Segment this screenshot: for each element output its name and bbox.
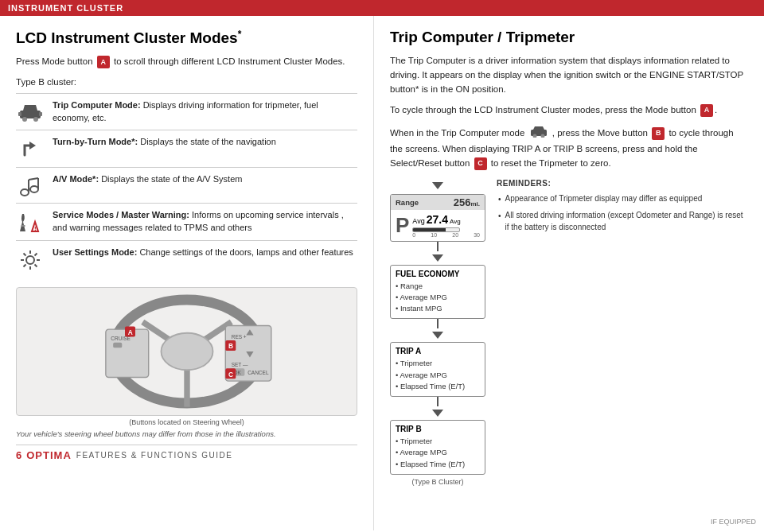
svg-text:A: A bbox=[127, 328, 132, 336]
steering-wheel-svg: CRUISE RES + SET — OK CANCEL bbox=[84, 292, 290, 411]
svg-rect-5 bbox=[39, 112, 42, 116]
left-panel: LCD Instrument Cluster Modes* Press Mode… bbox=[0, 16, 374, 530]
button-a-badge-right: A bbox=[700, 104, 713, 117]
trip-b-item-2: • Average MPG bbox=[396, 447, 480, 458]
range-value: 256mi. bbox=[454, 196, 480, 208]
right-para1: The Trip Computer is a driver informatio… bbox=[390, 54, 748, 96]
button-c-badge: C bbox=[474, 157, 487, 170]
guide-text: FEATURES & FUNCTIONS GUIDE bbox=[76, 451, 233, 460]
brand-name: OPTIMA bbox=[26, 449, 72, 461]
arrow-down-1 bbox=[432, 254, 443, 262]
arrow-down-top bbox=[432, 182, 443, 189]
trip-computer-icon bbox=[530, 125, 548, 138]
header-bar: INSTRUMENT CLUSTER bbox=[0, 0, 764, 16]
trip-b-title: TRIP B bbox=[396, 425, 480, 433]
svg-point-7 bbox=[21, 189, 29, 196]
svg-text:SET —: SET — bbox=[231, 362, 248, 367]
fuel-scale: 0 10 20 30 bbox=[412, 232, 480, 238]
mode-item-service: ! Service Modes / Master Warning: Inform… bbox=[16, 204, 357, 241]
svg-marker-39 bbox=[533, 126, 544, 130]
mode-title-service: Service Modes / Master Warning: bbox=[53, 210, 189, 219]
connector-3 bbox=[437, 397, 439, 406]
mode-title-user: User Settings Mode: bbox=[53, 247, 137, 257]
wrench-warning-icon: ! bbox=[16, 211, 45, 233]
connector-1 bbox=[437, 242, 439, 251]
right-para2: To cycle through the LCD Instrument Clus… bbox=[390, 103, 748, 118]
fuel-fill bbox=[413, 228, 446, 231]
mode-desc-turn: Displays the state of the navigation bbox=[140, 137, 276, 146]
mode-item-user: User Settings Mode: Change settings of t… bbox=[16, 241, 357, 278]
fuel-bar-container: 0 10 20 30 bbox=[412, 227, 480, 238]
mode-item-turn: Turn-by-Turn Mode*: Displays the state o… bbox=[16, 130, 357, 168]
right-panel: Trip Computer / Tripmeter The Trip Compu… bbox=[374, 16, 764, 530]
trip-b-box: TRIP B • Tripmeter • Average MPG • Elaps… bbox=[390, 420, 485, 475]
mode-text-turn: Turn-by-Turn Mode*: Displays the state o… bbox=[53, 136, 276, 149]
music-icon bbox=[16, 175, 45, 197]
steering-wheel-diagram: CRUISE RES + SET — OK CANCEL bbox=[16, 287, 357, 416]
small-note: Your vehicle's steering wheel buttons ma… bbox=[16, 429, 357, 438]
avg-unit: Avg bbox=[450, 218, 461, 225]
svg-marker-1 bbox=[23, 105, 37, 111]
reminders-box: REMINDERS: • Appearance of Tripmeter dis… bbox=[497, 179, 748, 486]
mode-item-trip: Trip Computer Mode: Displays driving inf… bbox=[16, 93, 357, 131]
button-b-badge: B bbox=[652, 127, 665, 140]
main-content: LCD Instrument Cluster Modes* Press Mode… bbox=[0, 16, 764, 530]
arrow-down-2 bbox=[432, 332, 443, 339]
mode-title-turn: Turn-by-Turn Mode*: bbox=[53, 137, 138, 146]
svg-point-20 bbox=[161, 333, 212, 370]
svg-rect-12 bbox=[21, 225, 25, 227]
mode-list: Trip Computer Mode: Displays driving inf… bbox=[16, 93, 357, 278]
mode-item-av: A/V Mode*: Displays the state of the A/V… bbox=[16, 168, 357, 204]
cluster-caption: (Type B Cluster) bbox=[411, 478, 463, 486]
mode-desc-av: Displays the state of the A/V System bbox=[101, 174, 242, 184]
bottom-right-note: IF EQUIPPED bbox=[711, 518, 756, 526]
trip-a-item-2: • Average MPG bbox=[396, 370, 480, 381]
steering-caption: (Buttons located on Steering Wheel) bbox=[16, 418, 357, 426]
reminder-item-1: • Appearance of Tripmeter display may di… bbox=[497, 192, 748, 205]
mode-title-trip: Trip Computer Mode: bbox=[53, 100, 141, 110]
right-para3: When in the Trip Computer mode , press t… bbox=[390, 125, 748, 170]
trip-readings: Avg 27.4 Avg 0 10 bbox=[412, 213, 480, 238]
mode-title-av: A/V Mode*: bbox=[53, 174, 99, 184]
car-icon bbox=[16, 101, 45, 123]
mode-text-service: Service Modes / Master Warning: Informs … bbox=[53, 209, 357, 235]
trip-a-title: TRIP A bbox=[396, 347, 480, 355]
fuel-economy-item-1: • Range bbox=[396, 281, 480, 292]
turn-icon bbox=[16, 138, 45, 161]
svg-text:!: ! bbox=[34, 225, 37, 232]
reminder-bullet-2: • bbox=[498, 210, 501, 233]
trip-diagram-area: Range 256mi. P Avg 27.4 Avg bbox=[390, 179, 748, 486]
svg-marker-6 bbox=[29, 142, 36, 150]
mode-desc-user: Change settings of the doors, lamps and … bbox=[139, 247, 353, 257]
page-number: 6 bbox=[16, 449, 21, 461]
fuel-economy-title: FUEL ECONOMY bbox=[396, 270, 480, 278]
mode-text-trip: Trip Computer Mode: Displays driving inf… bbox=[53, 99, 357, 125]
trip-diagram: Range 256mi. P Avg 27.4 Avg bbox=[390, 179, 485, 486]
trip-a-item-3: • Elapsed Time (E/T) bbox=[396, 381, 480, 392]
type-label: Type B cluster: bbox=[16, 77, 357, 87]
bottom-bar: 6 OPTIMA FEATURES & FUNCTIONS GUIDE bbox=[16, 445, 357, 461]
svg-text:CANCEL: CANCEL bbox=[248, 370, 269, 375]
fuel-economy-item-3: • Instant MPG bbox=[396, 303, 480, 314]
svg-text:RES +: RES + bbox=[231, 335, 246, 340]
reminder-item-2: • All stored driving information (except… bbox=[497, 209, 748, 233]
svg-point-2 bbox=[22, 117, 27, 122]
svg-line-9 bbox=[29, 178, 38, 180]
reminders-title: REMINDERS: bbox=[497, 179, 748, 188]
button-a-badge: A bbox=[97, 56, 110, 68]
svg-text:B: B bbox=[228, 343, 233, 351]
connector-2 bbox=[437, 319, 439, 328]
mode-text-av: A/V Mode*: Displays the state of the A/V… bbox=[53, 173, 242, 186]
svg-point-15 bbox=[26, 256, 34, 264]
trip-display-header: Range 256mi. bbox=[391, 195, 485, 210]
svg-text:C: C bbox=[228, 371, 233, 379]
fuel-economy-box: FUEL ECONOMY • Range • Average MPG • Ins… bbox=[390, 265, 485, 320]
trip-a-box: TRIP A • Tripmeter • Average MPG • Elaps… bbox=[390, 342, 485, 397]
svg-rect-0 bbox=[20, 111, 41, 118]
svg-point-3 bbox=[33, 117, 38, 122]
p-indicator: P bbox=[396, 215, 409, 235]
mode-text-user: User Settings Mode: Change settings of t… bbox=[53, 247, 353, 259]
trip-b-item-3: • Elapsed Time (E/T) bbox=[396, 459, 480, 470]
intro-paragraph: Press Mode button A to scroll through di… bbox=[16, 55, 357, 68]
reminder-bullet-1: • bbox=[498, 193, 501, 205]
